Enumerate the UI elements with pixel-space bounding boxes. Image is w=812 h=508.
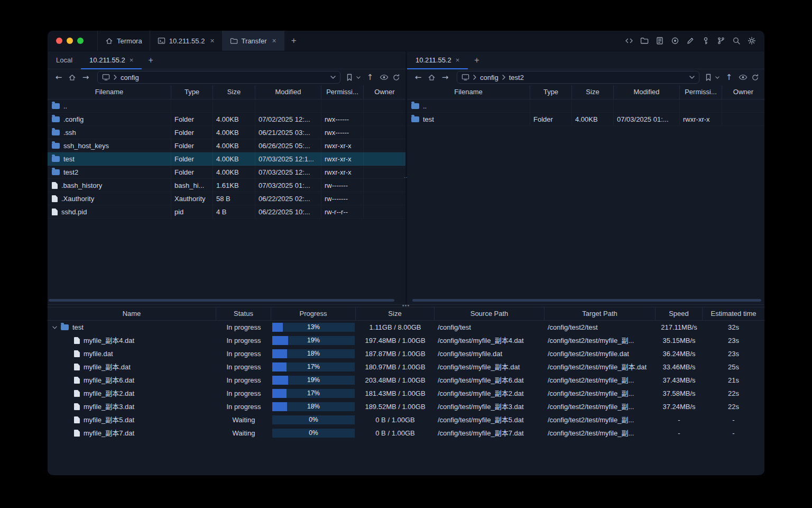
file-row[interactable]: ssh_host_keys Folder4.00KB06/26/2025 05:… xyxy=(48,139,405,152)
transfer-row[interactable]: myfile_副本.dat In progress 17% 180.97MB /… xyxy=(48,360,764,374)
column-header-filename[interactable]: Filename xyxy=(48,85,171,99)
back-button[interactable]: ← xyxy=(53,72,64,82)
show-hidden-button[interactable] xyxy=(739,74,748,80)
column-header-target-path[interactable]: Target Path xyxy=(545,307,656,320)
file-row[interactable]: test Folder4.00KB07/03/2025 01:...rwxr-x… xyxy=(407,113,764,126)
path-bar[interactable]: config test2 xyxy=(457,71,699,84)
settings-gear-icon[interactable] xyxy=(748,37,756,45)
forward-button[interactable]: → xyxy=(439,72,451,82)
transfer-row[interactable]: myfile_副本7.dat Waiting 0% 0 B / 1.00GB /… xyxy=(48,427,764,440)
transfer-row[interactable]: myfile_副本2.dat In progress 17% 181.43MB … xyxy=(48,387,764,400)
column-header-owner[interactable]: Owner xyxy=(364,85,405,99)
chevron-down-icon[interactable] xyxy=(689,76,695,79)
transfer-row[interactable]: test In progress 13% 1.11GB / 8.00GB /co… xyxy=(48,321,764,334)
file-icon xyxy=(74,377,80,384)
back-button[interactable]: ← xyxy=(412,72,424,82)
parent-directory-button[interactable]: ↑ xyxy=(364,72,376,82)
close-tab-icon[interactable]: × xyxy=(456,56,460,64)
tab-remote-host[interactable]: 10.211.55.2 × xyxy=(81,51,142,69)
zoom-window-button[interactable] xyxy=(77,38,84,44)
forward-button[interactable]: → xyxy=(80,72,91,82)
home-button[interactable] xyxy=(428,74,436,81)
close-tab-icon[interactable]: × xyxy=(272,37,276,45)
column-header-type[interactable]: Type xyxy=(171,85,213,99)
transfer-row[interactable]: myfile_副本3.dat In progress 18% 189.52MB … xyxy=(48,400,764,413)
progress-bar: 19% xyxy=(272,376,355,385)
file-row[interactable]: .config Folder4.00KB07/02/2025 12:...rwx… xyxy=(48,113,405,126)
transfer-row[interactable]: myfile_副本6.dat In progress 19% 203.48MB … xyxy=(48,374,764,387)
column-header-size[interactable]: Size xyxy=(213,85,255,99)
refresh-button[interactable] xyxy=(392,74,400,81)
new-tab-button[interactable]: + xyxy=(284,31,303,51)
column-header-owner[interactable]: Owner xyxy=(722,85,764,99)
transfer-row[interactable]: myfile.dat In progress 18% 187.87MB / 1.… xyxy=(48,347,764,360)
close-tab-icon[interactable]: × xyxy=(210,37,214,45)
file-row[interactable]: .ssh Folder4.00KB06/21/2025 03:...rwx---… xyxy=(48,126,405,139)
bookmark-button[interactable] xyxy=(346,74,353,81)
column-header-modified[interactable]: Modified xyxy=(614,85,680,99)
show-hidden-button[interactable] xyxy=(380,74,389,80)
file-panes: Local 10.211.55.2 × + ← → config xyxy=(48,51,764,304)
chevron-down-icon[interactable] xyxy=(330,76,336,79)
log-icon[interactable] xyxy=(656,37,664,45)
left-file-panel: Local 10.211.55.2 × + ← → config xyxy=(48,51,405,304)
close-window-button[interactable] xyxy=(56,38,62,44)
column-header-status[interactable]: Status xyxy=(216,307,271,320)
refresh-icon xyxy=(751,74,759,81)
column-header-type[interactable]: Type xyxy=(530,85,572,99)
folder-icon xyxy=(52,116,60,122)
tab-remote-host[interactable]: 10.211.55.2 × xyxy=(407,51,468,69)
refresh-button[interactable] xyxy=(751,74,759,81)
column-header-permissions[interactable]: Permissi... xyxy=(680,85,722,99)
column-header-source-path[interactable]: Source Path xyxy=(435,307,545,320)
transfer-row[interactable]: myfile_副本4.dat In progress 19% 197.48MB … xyxy=(48,334,764,347)
bookmark-dropdown-chevron-icon[interactable] xyxy=(715,76,719,79)
file-row[interactable]: .bash_history bash_hi...1.61KB07/03/2025… xyxy=(48,179,405,192)
transfer-row[interactable]: myfile_副本5.dat Waiting 0% 0 B / 1.00GB /… xyxy=(48,413,764,427)
titlebar-actions xyxy=(625,31,764,51)
add-panel-tab-button[interactable]: + xyxy=(468,51,485,69)
minimize-window-button[interactable] xyxy=(67,38,73,44)
breadcrumb-segment[interactable]: config xyxy=(121,74,139,81)
column-header-speed[interactable]: Speed xyxy=(656,307,703,320)
branch-icon[interactable] xyxy=(717,37,725,45)
expand-chevron-icon[interactable] xyxy=(52,326,57,329)
column-header-filename[interactable]: Filename xyxy=(407,85,530,99)
record-icon[interactable] xyxy=(671,37,679,45)
file-row-selected[interactable]: test Folder4.00KB07/03/2025 12:1...rwxr-… xyxy=(48,152,405,166)
horizontal-scrollbar-thumb[interactable] xyxy=(49,299,394,302)
breadcrumb-segment[interactable]: test2 xyxy=(509,74,524,81)
column-header-size[interactable]: Size xyxy=(572,85,614,99)
column-header-estimated-time[interactable]: Estimated time xyxy=(703,307,764,320)
tab-transfer[interactable]: Transfer × xyxy=(223,31,284,51)
search-icon[interactable] xyxy=(732,37,741,45)
home-button[interactable] xyxy=(68,74,76,81)
column-header-permissions[interactable]: Permissi... xyxy=(321,85,364,99)
bookmark-dropdown-chevron-icon[interactable] xyxy=(356,76,361,79)
file-row[interactable]: .. xyxy=(407,99,764,113)
tab-local[interactable]: Local xyxy=(48,51,81,69)
folder-icon[interactable] xyxy=(640,37,649,45)
file-row[interactable]: .. xyxy=(48,99,405,113)
path-bar[interactable]: config xyxy=(97,71,340,84)
tab-host-session[interactable]: 10.211.55.2 × xyxy=(150,31,223,51)
parent-directory-button[interactable]: ↑ xyxy=(723,72,735,82)
bookmark-button[interactable] xyxy=(705,74,712,81)
right-panel-tabs: 10.211.55.2 × + xyxy=(407,51,764,69)
add-panel-tab-button[interactable]: + xyxy=(142,51,159,69)
column-header-modified[interactable]: Modified xyxy=(255,85,321,99)
column-header-size[interactable]: Size xyxy=(356,307,435,320)
file-row[interactable]: .Xauthority Xauthority58 B06/22/2025 02:… xyxy=(48,192,405,205)
column-header-progress[interactable]: Progress xyxy=(271,307,356,320)
horizontal-scrollbar-thumb[interactable] xyxy=(412,299,761,302)
code-icon[interactable] xyxy=(625,37,633,45)
file-row[interactable]: sshd.pid pid4 B06/22/2025 10:...rw-r--r-… xyxy=(48,205,405,219)
key-icon[interactable] xyxy=(702,37,710,45)
column-header-name[interactable]: Name xyxy=(48,307,216,320)
breadcrumb-segment[interactable]: config xyxy=(480,74,499,81)
horizontal-splitter[interactable]: ••• xyxy=(48,304,764,307)
edit-icon[interactable] xyxy=(686,37,695,45)
close-tab-icon[interactable]: × xyxy=(130,56,134,64)
file-row[interactable]: test2 Folder4.00KB07/03/2025 12:...rwxr-… xyxy=(48,166,405,179)
tab-termora[interactable]: Termora xyxy=(98,31,150,51)
